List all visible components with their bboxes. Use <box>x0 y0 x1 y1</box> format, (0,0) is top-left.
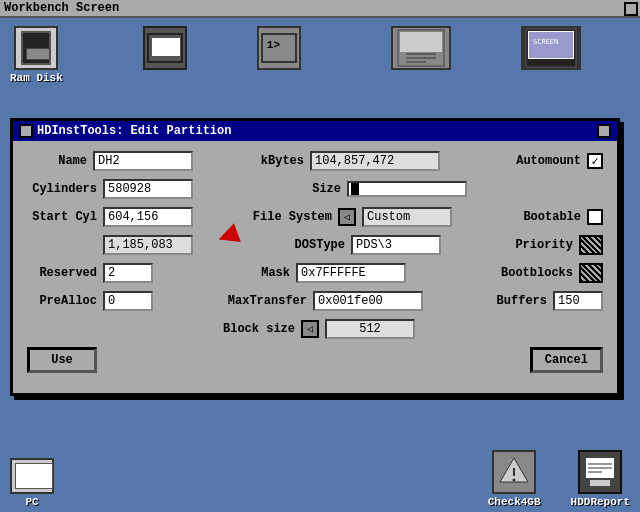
dialog-title-left: HDInstTools: Edit Partition <box>19 124 231 138</box>
svg-point-12 <box>513 479 516 482</box>
edit-partition-dialog: HDInstTools: Edit Partition Name kBytes … <box>10 118 620 396</box>
terminal-icon-container[interactable]: 1> <box>257 26 301 70</box>
reserved-input[interactable] <box>103 263 153 283</box>
row-blocksize: Block size ◁ 512 <box>27 319 603 339</box>
pointer-svg <box>396 28 446 68</box>
hddreport-icon <box>578 450 622 494</box>
blocksize-label: Block size <box>215 322 295 336</box>
buffers-input[interactable] <box>553 291 603 311</box>
terminal-icon: 1> <box>257 26 301 70</box>
ramdisk-icon <box>14 26 58 70</box>
size-bar[interactable] <box>347 181 467 197</box>
prealloc-input[interactable] <box>103 291 153 311</box>
kbytes-label: kBytes <box>254 154 304 168</box>
bootable-label: Bootable <box>511 210 581 224</box>
hdd-icon-container[interactable]: SCREEN <box>521 26 581 70</box>
dialog-titlebar: HDInstTools: Edit Partition <box>13 121 617 141</box>
dialog-close-button[interactable] <box>19 124 33 138</box>
ramdisk-icon-container[interactable]: Ram Disk <box>10 26 63 84</box>
monitor-icon-container[interactable] <box>143 26 187 70</box>
name-input[interactable] <box>93 151 193 171</box>
filesystem-label: File System <box>252 210 332 224</box>
filesystem-cycle-btn[interactable]: ◁ <box>338 208 356 226</box>
cancel-button[interactable]: Cancel <box>530 347 603 373</box>
desktop: Ram Disk 1> <box>0 18 640 512</box>
maxtransfer-label: MaxTransfer <box>217 294 307 308</box>
reserved-label: Reserved <box>27 266 97 280</box>
row-prealloc-maxtransfer: PreAlloc MaxTransfer Buffers <box>27 291 603 311</box>
pc-icon <box>10 458 54 494</box>
blocksize-cycle-btn[interactable]: ◁ <box>301 320 319 338</box>
automount-label: Automount <box>501 154 581 168</box>
bootblocks-hatch[interactable] <box>579 263 603 283</box>
dostype-label: DOSType <box>265 238 345 252</box>
desktop-icons-top: Ram Disk 1> <box>0 18 640 92</box>
use-button[interactable]: Use <box>27 347 97 373</box>
hddreport-svg <box>582 454 618 490</box>
row-cylinders-size: Cylinders Size <box>27 179 603 199</box>
check4gb-icon <box>492 450 536 494</box>
hdd-svg: SCREEN <box>525 28 577 68</box>
workbench-resize-btn[interactable] <box>624 2 638 16</box>
buffers-label: Buffers <box>487 294 547 308</box>
start-cyl-label: Start Cyl <box>27 210 97 224</box>
blocksize-value: 512 <box>325 319 415 339</box>
pc-label: PC <box>25 496 38 508</box>
ramdisk-label: Ram Disk <box>10 72 63 84</box>
svg-text:SCREEN: SCREEN <box>533 38 558 46</box>
cylinders-input[interactable] <box>103 179 193 199</box>
row-startcyl-filesystem: Start Cyl File System ◁ Custom Bootable <box>27 207 603 227</box>
name-label: Name <box>27 154 87 168</box>
bootable-checkbox[interactable] <box>587 209 603 225</box>
priority-label: Priority <box>513 238 573 252</box>
mask-label: Mask <box>240 266 290 280</box>
bootblocks-label: Bootblocks <box>493 266 573 280</box>
maxtransfer-input[interactable] <box>313 291 423 311</box>
check4gb-label: Check4GB <box>488 496 541 508</box>
row-reserved-mask: Reserved Mask Bootblocks <box>27 263 603 283</box>
size-label: Size <box>301 182 341 196</box>
hddreport-label: HDDReport <box>571 496 630 508</box>
prealloc-label: PreAlloc <box>27 294 97 308</box>
num-value: 1,185,083 <box>103 235 193 255</box>
start-cyl-input[interactable] <box>103 207 193 227</box>
dialog-title: HDInstTools: Edit Partition <box>37 124 231 138</box>
pc-icon-container[interactable]: PC <box>10 458 54 508</box>
priority-hatch[interactable] <box>579 235 603 255</box>
pointer-icon-container[interactable] <box>391 26 451 70</box>
automount-checkbox[interactable] <box>587 153 603 169</box>
cylinders-label: Cylinders <box>27 182 97 196</box>
hddreport-icon-container[interactable]: HDDReport <box>571 450 630 508</box>
size-bar-fill <box>351 183 359 195</box>
dialog-resize-button[interactable] <box>597 124 611 138</box>
kbytes-value: 104,857,472 <box>310 151 440 171</box>
svg-rect-18 <box>590 480 610 486</box>
check4gb-icon-container[interactable]: Check4GB <box>488 450 541 508</box>
mask-input[interactable] <box>296 263 406 283</box>
row-buttons: Use Cancel <box>27 347 603 373</box>
hdd-icon: SCREEN <box>521 26 581 70</box>
floppy-shape <box>21 31 51 65</box>
desktop-icons-bottom: PC Check4GB <box>0 446 640 512</box>
filesystem-value: Custom <box>362 207 452 227</box>
svg-rect-1 <box>400 32 442 52</box>
dostype-input[interactable] <box>351 235 441 255</box>
pointer-icon <box>391 26 451 70</box>
workbench-title: Workbench Screen <box>4 1 119 15</box>
row-num-dostype: 1,185,083 DOSType Priority <box>27 235 603 255</box>
row-name-kbytes: Name kBytes 104,857,472 Automount <box>27 151 603 171</box>
dialog-body: Name kBytes 104,857,472 Automount Cylind… <box>13 141 617 393</box>
monitor-icon <box>143 26 187 70</box>
check4gb-svg <box>496 454 532 490</box>
workbench-titlebar: Workbench Screen <box>0 0 640 18</box>
